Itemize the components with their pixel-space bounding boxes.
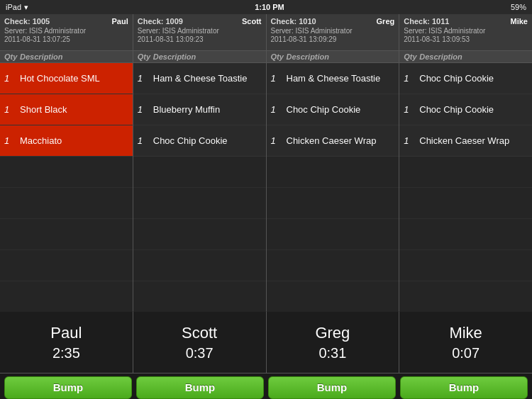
order-items-1: 1 Ham & Cheese Toastie 1 Blueberry Muffi… [133, 63, 266, 313]
status-bar-right: 59% [511, 3, 526, 11]
order-col-0: Check: 1005 Paul Server: ISIS Administra… [0, 14, 133, 311]
empty-item-1-7 [133, 281, 266, 313]
bump-button-3[interactable]: Bump [400, 376, 528, 399]
order-col-2: Check: 1010 Greg Server: ISIS Administra… [267, 14, 400, 311]
col-qty-label-0: Qty [4, 52, 20, 61]
footer-time-3: 0:07 [452, 345, 480, 361]
order-header-0: Check: 1005 Paul Server: ISIS Administra… [0, 14, 133, 51]
order-item-0-1: 1 Short Black [0, 94, 133, 125]
footer-col-1: Scott 0:37 [133, 312, 267, 373]
date-line-0: 2011-08-31 13:07:25 [4, 35, 128, 43]
footer-name-2: Greg [315, 324, 350, 342]
empty-item-3-7 [399, 281, 532, 313]
empty-item-2-6 [267, 250, 399, 281]
order-item-1-2: 1 Choc Chip Cookie [133, 125, 266, 157]
item-desc-3-2: Chicken Caeser Wrap [419, 135, 528, 146]
footer-col-0: Paul 2:35 [0, 312, 133, 373]
orders-grid: Check: 1005 Paul Server: ISIS Administra… [0, 14, 532, 312]
empty-item-3-3 [399, 157, 532, 188]
footer-area: Paul 2:35 Scott 0:37 Greg 0:31 Mike 0:07 [0, 312, 532, 373]
item-desc-3-0: Choc Chip Cookie [419, 73, 528, 84]
item-desc-1-0: Ham & Cheese Toastie [153, 73, 262, 84]
col-headers-2: Qty Description [267, 51, 399, 63]
check-num-0: Check: 1005 [4, 17, 50, 26]
item-desc-0-1: Short Black [20, 104, 128, 115]
empty-item-2-3 [267, 157, 399, 188]
order-item-2-0: 1 Ham & Cheese Toastie [267, 63, 399, 94]
col-headers-0: Qty Description [0, 51, 133, 63]
status-bar: iPad ▾ 1:10 PM 59% [0, 0, 532, 14]
item-qty-0-1: 1 [4, 104, 20, 115]
item-desc-2-1: Choc Chip Cookie [287, 104, 395, 115]
order-col-1: Check: 1009 Scott Server: ISIS Administr… [133, 14, 267, 311]
item-desc-2-2: Chicken Caeser Wrap [287, 135, 395, 146]
item-qty-3-2: 1 [404, 135, 419, 146]
item-qty-2-1: 1 [271, 104, 287, 115]
item-desc-1-1: Blueberry Muffin [153, 104, 262, 115]
status-bar-time: 1:10 PM [255, 3, 284, 11]
col-headers-3: Qty Description [399, 51, 532, 63]
empty-item-2-7 [267, 281, 399, 313]
footer-time-1: 0:37 [186, 345, 214, 361]
col-desc-label-1: Description [153, 52, 262, 61]
item-qty-3-0: 1 [404, 73, 419, 84]
waiter-name-3: Mike [511, 17, 528, 26]
order-item-2-2: 1 Chicken Caeser Wrap [267, 125, 399, 157]
check-num-3: Check: 1011 [404, 17, 449, 26]
empty-item-3-5 [399, 219, 532, 250]
item-desc-0-0: Hot Chocolate SML [20, 73, 128, 84]
empty-item-2-4 [267, 188, 399, 219]
empty-item-1-5 [133, 219, 266, 250]
order-header-3: Check: 1011 Mike Server: ISIS Administra… [399, 14, 532, 51]
empty-item-1-3 [133, 157, 266, 188]
check-num-2: Check: 1010 [271, 17, 316, 26]
waiter-name-0: Paul [112, 17, 128, 26]
col-desc-label-0: Description [20, 52, 128, 61]
battery-label: 59% [511, 3, 526, 11]
order-header-2: Check: 1010 Greg Server: ISIS Administra… [267, 14, 399, 51]
col-qty-label-3: Qty [404, 52, 419, 61]
order-item-0-0: 1 Hot Chocolate SML [0, 63, 133, 94]
item-qty-0-0: 1 [4, 73, 20, 84]
bump-button-2[interactable]: Bump [268, 376, 396, 399]
footer-name-3: Mike [449, 324, 482, 342]
item-qty-3-1: 1 [404, 104, 419, 115]
bump-row: BumpBumpBumpBump [0, 373, 532, 399]
check-num-1: Check: 1009 [138, 17, 183, 26]
col-qty-label-2: Qty [271, 52, 287, 61]
order-items-0: 1 Hot Chocolate SML 1 Short Black 1 Macc… [0, 63, 133, 313]
empty-item-1-4 [133, 188, 266, 219]
server-line-3: Server: ISIS Administrator [404, 27, 528, 35]
date-line-3: 2011-08-31 13:09:53 [404, 35, 528, 43]
item-qty-2-0: 1 [271, 73, 287, 84]
device-label: iPad [6, 3, 21, 11]
item-desc-2-0: Ham & Cheese Toastie [287, 73, 395, 84]
date-line-2: 2011-08-31 13:09:29 [271, 35, 395, 43]
order-item-3-1: 1 Choc Chip Cookie [399, 94, 532, 125]
order-item-3-2: 1 Chicken Caeser Wrap [399, 125, 532, 157]
item-qty-1-2: 1 [138, 135, 153, 146]
bump-button-0[interactable]: Bump [4, 376, 132, 399]
empty-item-3-4 [399, 188, 532, 219]
order-item-3-0: 1 Choc Chip Cookie [399, 63, 532, 94]
status-bar-left: iPad ▾ [6, 3, 28, 12]
order-items-2: 1 Ham & Cheese Toastie 1 Choc Chip Cooki… [267, 63, 399, 313]
empty-item-2-5 [267, 219, 399, 250]
footer-name-0: Paul [50, 324, 82, 342]
item-qty-0-2: 1 [4, 135, 20, 146]
empty-item-0-6 [0, 250, 133, 281]
order-col-3: Check: 1011 Mike Server: ISIS Administra… [399, 14, 532, 311]
footer-time-0: 2:35 [52, 345, 80, 361]
server-line-1: Server: ISIS Administrator [138, 27, 262, 35]
col-headers-1: Qty Description [133, 51, 266, 63]
order-item-1-0: 1 Ham & Cheese Toastie [133, 63, 266, 94]
footer-col-3: Mike 0:07 [399, 312, 532, 373]
waiter-name-2: Greg [377, 17, 395, 26]
empty-item-0-5 [0, 219, 133, 250]
footer-name-1: Scott [182, 324, 217, 342]
empty-item-0-4 [0, 188, 133, 219]
server-line-2: Server: ISIS Administrator [271, 27, 395, 35]
bump-button-1[interactable]: Bump [136, 376, 264, 399]
order-item-2-1: 1 Choc Chip Cookie [267, 94, 399, 125]
item-qty-1-1: 1 [138, 104, 153, 115]
